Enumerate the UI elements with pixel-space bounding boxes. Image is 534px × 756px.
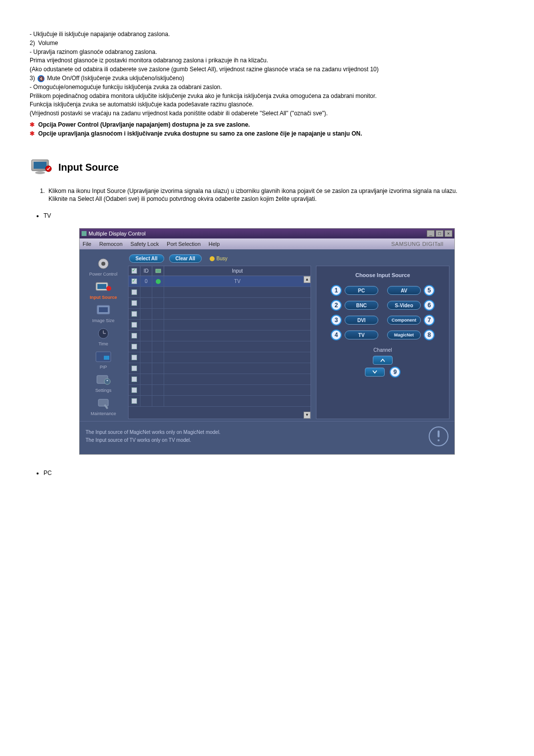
svg-point-2 bbox=[35, 171, 45, 174]
source-component-button[interactable]: Component bbox=[387, 316, 421, 325]
section-title: Input Source bbox=[58, 162, 119, 173]
source-grid: 1 PC AV 5 2 BNC S-Video bbox=[331, 285, 435, 340]
row-checkbox[interactable] bbox=[132, 311, 137, 317]
clear-all-button[interactable]: Clear All bbox=[169, 254, 202, 263]
volume-num: 2) bbox=[30, 40, 35, 47]
row-checkbox[interactable] bbox=[132, 344, 137, 349]
star-icon: ✱ bbox=[30, 130, 35, 138]
menu-file[interactable]: File bbox=[83, 241, 91, 247]
sidebar-label: Settings bbox=[83, 388, 124, 393]
time-icon bbox=[95, 326, 112, 341]
source-av-button[interactable]: AV bbox=[387, 286, 421, 295]
bullet-pc: PC bbox=[44, 470, 504, 476]
table-row[interactable] bbox=[129, 287, 311, 298]
close-button[interactable]: × bbox=[445, 230, 452, 237]
sidebar: Power Control Input Source Image Size Ti… bbox=[83, 254, 124, 419]
sidebar-label: Maintenance bbox=[83, 411, 124, 416]
menu-port-selection[interactable]: Port Selection bbox=[167, 241, 200, 247]
sidebar-item-input-source[interactable]: Input Source bbox=[83, 278, 124, 301]
source-magicnet-button[interactable]: MagicNet bbox=[387, 331, 421, 339]
table-row[interactable] bbox=[129, 363, 311, 374]
row-checkbox[interactable] bbox=[132, 279, 137, 284]
star-note-2: ✱ Opcije upravljanja glasnoćom i isključ… bbox=[30, 130, 504, 138]
header-id: ID bbox=[140, 266, 152, 276]
scroll-up-button[interactable]: ▲ bbox=[304, 276, 311, 283]
intro-l1: Klikom na ikonu Input Source (Upravljanj… bbox=[48, 188, 457, 194]
sidebar-item-maintenance[interactable]: Maintenance bbox=[83, 394, 124, 417]
select-all-button[interactable]: Select All bbox=[129, 254, 164, 263]
mute-num: 3) bbox=[30, 75, 35, 82]
row-checkbox[interactable] bbox=[132, 322, 137, 328]
table-row[interactable] bbox=[129, 352, 311, 363]
channel-label: Channel bbox=[373, 347, 392, 353]
menu-remocon[interactable]: Remocon bbox=[99, 241, 123, 247]
callout-2: 2 bbox=[331, 300, 342, 311]
chevron-down-icon bbox=[372, 370, 377, 374]
power-off-line: - Uključuje ili isključuje napajanje oda… bbox=[30, 30, 504, 39]
maximize-button[interactable]: □ bbox=[436, 230, 444, 237]
minimize-button[interactable]: _ bbox=[427, 230, 435, 237]
choose-input-title: Choose Input Source bbox=[356, 272, 410, 278]
sidebar-item-pip[interactable]: PIP bbox=[83, 347, 124, 371]
window-title: Multiple Display Control bbox=[89, 231, 146, 236]
row-checkbox[interactable] bbox=[132, 333, 137, 338]
monitor-section-icon bbox=[30, 158, 53, 177]
table-row[interactable] bbox=[129, 374, 311, 385]
source-tv-button[interactable]: TV bbox=[345, 331, 378, 339]
row-checkbox[interactable] bbox=[132, 366, 137, 371]
mute-l1: - Omogućuje/onemogućuje funkciju isključ… bbox=[30, 83, 504, 92]
table-row[interactable]: 0 TV bbox=[129, 276, 311, 287]
callout-8: 8 bbox=[424, 330, 435, 340]
menu-safety-lock[interactable]: Safety Lock bbox=[131, 241, 159, 247]
table-row[interactable] bbox=[129, 309, 311, 320]
monitor-grid: ID Input 0 TV bbox=[128, 266, 311, 419]
row-status bbox=[152, 276, 164, 286]
star-icon: ✱ bbox=[30, 121, 35, 129]
callout-6: 6 bbox=[424, 300, 435, 311]
volume-label: Volume bbox=[38, 40, 58, 47]
channel-up-button[interactable] bbox=[373, 356, 393, 365]
svg-rect-19 bbox=[156, 269, 161, 273]
scroll-down-button[interactable]: ▼ bbox=[304, 412, 311, 419]
channel-down-row: 9 bbox=[365, 367, 400, 378]
sidebar-label: Time bbox=[83, 341, 124, 346]
row-checkbox[interactable] bbox=[132, 355, 137, 360]
menu-help[interactable]: Help bbox=[209, 241, 220, 247]
callout-9: 9 bbox=[390, 367, 400, 378]
sidebar-item-settings[interactable]: Settings bbox=[83, 371, 124, 394]
channel-down-button[interactable] bbox=[365, 368, 385, 377]
table-row[interactable] bbox=[129, 341, 311, 352]
source-dvi-button[interactable]: DVI bbox=[345, 316, 378, 325]
source-svideo-button[interactable]: S-Video bbox=[387, 301, 421, 310]
table-row[interactable] bbox=[129, 320, 311, 331]
app-body: Power Control Input Source Image Size Ti… bbox=[80, 249, 454, 421]
sidebar-item-time[interactable]: Time bbox=[83, 324, 124, 347]
window-buttons: _ □ × bbox=[427, 230, 452, 237]
source-pc-button[interactable]: PC bbox=[345, 286, 378, 295]
mute-l3: Funkcija isključenja zvuka se automatski… bbox=[30, 100, 504, 109]
table-row[interactable] bbox=[129, 396, 311, 407]
bullet-tv-list: TV bbox=[44, 212, 504, 219]
row-checkbox[interactable] bbox=[132, 300, 137, 306]
footer-text: The Input source of MagicNet works only … bbox=[86, 428, 221, 444]
source-component-cell: Component 7 bbox=[387, 315, 435, 326]
brand-label: SAMSUNG DIGITall bbox=[391, 241, 444, 247]
header-checkbox[interactable] bbox=[132, 268, 137, 274]
sidebar-item-power-control[interactable]: Power Control bbox=[83, 254, 124, 278]
row-checkbox[interactable] bbox=[132, 387, 137, 393]
sidebar-item-image-size[interactable]: Image Size bbox=[83, 301, 124, 324]
table-row[interactable] bbox=[129, 385, 311, 396]
table-row[interactable] bbox=[129, 331, 311, 341]
source-pc-cell: 1 PC bbox=[331, 285, 378, 296]
table-row[interactable] bbox=[129, 298, 311, 309]
row-checkbox[interactable] bbox=[132, 289, 137, 295]
source-bnc-button[interactable]: BNC bbox=[345, 301, 378, 310]
svg-rect-1 bbox=[34, 162, 46, 169]
row-checkbox-cell bbox=[129, 276, 140, 286]
row-checkbox[interactable] bbox=[132, 398, 137, 404]
intro-item-1: Klikom na ikonu Input Source (Upravljanj… bbox=[46, 187, 504, 204]
callout-1: 1 bbox=[331, 285, 342, 296]
intro-list: Klikom na ikonu Input Source (Upravljanj… bbox=[46, 187, 504, 204]
row-checkbox[interactable] bbox=[132, 377, 137, 382]
sidebar-label: PIP bbox=[83, 365, 124, 370]
